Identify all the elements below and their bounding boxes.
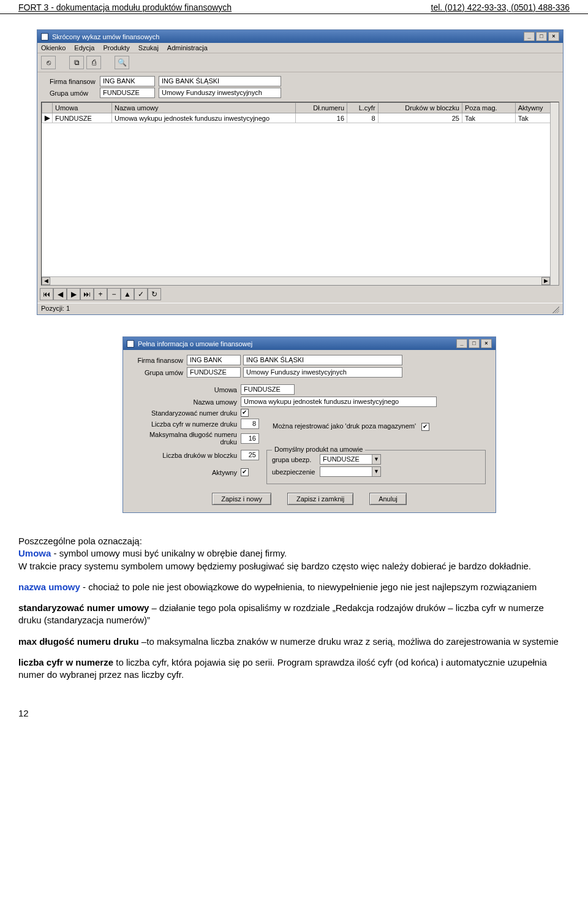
minimize-icon[interactable]: _	[524, 32, 535, 41]
minimize-icon[interactable]: _	[456, 339, 467, 348]
firma-name-field: ING BANK ŚLĄSKI	[243, 355, 402, 365]
menu-item[interactable]: Administracja	[167, 44, 208, 51]
cancel-button[interactable]: Anuluj	[369, 493, 407, 505]
label-grupa: Grupa umów	[50, 89, 100, 97]
col-header[interactable]: Druków w bloczku	[378, 103, 462, 113]
maximize-icon[interactable]: □	[536, 32, 547, 41]
nav-post-icon[interactable]: ✓	[134, 288, 148, 300]
fs-ubezp-select[interactable]: ▼	[320, 466, 381, 477]
cell-poza: Tak	[462, 113, 515, 123]
scroll-right-icon[interactable]: ▶	[541, 277, 550, 285]
firma-name-field: ING BANK ŚLĄSKI	[159, 76, 281, 86]
label-lcyfr: Liczba cyfr w numerze druku	[133, 420, 241, 428]
table-row[interactable]: ▶ FUNDUSZE Umowa wykupu jednostek fundus…	[42, 113, 559, 123]
doc-title: FORT 3 - dokumentacja modułu produktów f…	[18, 2, 232, 12]
text: –to maksymalna liczba znaków w numerze d…	[139, 636, 559, 647]
bloczek-field[interactable]: 25	[241, 450, 259, 460]
text: Poszczególne pola oznaczają:	[18, 536, 142, 546]
statusbar: Pozycji: 1	[37, 303, 563, 314]
maxdl-field[interactable]: 16	[241, 433, 259, 444]
nav-prev-icon[interactable]: ◀	[53, 288, 67, 300]
body-text: Poszczególne pola oznaczają: Umowa - sym…	[0, 513, 588, 681]
label-bloczek: Liczba druków w bloczku	[133, 452, 241, 459]
text: - chociaż to pole nie jest obowiązkowe d…	[80, 582, 537, 592]
titlebar[interactable]: Skrócony wykaz umów finansowych _ □ ×	[37, 30, 563, 43]
text: W trakcie pracy systemu symbolem umowy b…	[18, 561, 531, 571]
term-liczba: liczba cyfr w numerze	[18, 657, 113, 667]
menu-item[interactable]: Produkty	[103, 44, 129, 51]
nav-last-icon[interactable]: ⏭	[80, 288, 94, 300]
stand-checkbox[interactable]	[241, 409, 249, 417]
fs-ubezp-value	[320, 467, 372, 476]
label-nazwa: Nazwa umowy	[133, 398, 241, 406]
window-detail: Pełna informacja o umowie finansowej _ □…	[123, 336, 496, 513]
doc-phone: tel. (012) 422-93-33, (0501) 488-336	[431, 2, 570, 12]
save-close-button[interactable]: Zapisz i zamknij	[287, 493, 353, 505]
col-header[interactable]: Poza mag.	[462, 103, 515, 113]
col-header[interactable]: L.cyfr	[347, 103, 379, 113]
close-icon[interactable]: ×	[548, 32, 559, 41]
lcyfr-field[interactable]: 8	[241, 419, 259, 429]
term-umowa: Umowa	[18, 548, 51, 558]
grupa-code-field[interactable]: FUNDUSZE	[100, 88, 155, 98]
exit-icon[interactable]: ⎋	[41, 56, 56, 69]
fs-grupa-select[interactable]: FUNDUSZE ▼	[320, 454, 381, 465]
cell-umowa: FUNDUSZE	[53, 113, 112, 123]
text: - symbol umowy musi być unikalny w obręb…	[51, 548, 287, 558]
data-grid[interactable]: Umowa Nazwa umowy Dł.numeru L.cyfr Drukó…	[41, 102, 559, 286]
toolbar: ⎋ ⧉ ⎙ 🔍	[37, 53, 563, 72]
app-icon	[127, 340, 134, 348]
col-header[interactable]: Dł.numeru	[295, 103, 347, 113]
menu-item[interactable]: Edycja	[74, 44, 94, 51]
copy-icon[interactable]: ⧉	[69, 56, 84, 69]
print-icon[interactable]: ⎙	[86, 56, 101, 69]
label-aktywny: Aktywny	[133, 469, 241, 476]
nav-add-icon[interactable]: +	[94, 288, 107, 300]
window-list: Skrócony wykaz umów finansowych _ □ × Ok…	[37, 29, 564, 315]
titlebar[interactable]: Pełna informacja o umowie finansowej _ □…	[123, 337, 496, 350]
label-maxdl: Maksymalna długość numeru druku	[133, 431, 241, 446]
page-number: 12	[0, 690, 588, 724]
nav-edit-icon[interactable]: ▲	[121, 288, 134, 300]
scrollbar-horizontal[interactable]: ◀ ▶	[42, 276, 550, 285]
firma-code-field[interactable]: ING BANK	[100, 76, 155, 86]
menu-item[interactable]: Szukaj	[138, 44, 159, 51]
fieldset-default-product: Domyślny produkt na umowie grupa ubezp. …	[266, 450, 486, 484]
label-fs-ubezp: ubezpieczenie	[272, 468, 320, 476]
cell-lc: 8	[347, 113, 379, 123]
maximize-icon[interactable]: □	[469, 339, 480, 348]
size-grip-icon[interactable]	[551, 305, 559, 313]
nav-next-icon[interactable]: ▶	[67, 288, 80, 300]
cell-dl: 16	[295, 113, 347, 123]
col-header[interactable]: Nazwa umowy	[111, 103, 295, 113]
scroll-left-icon[interactable]: ◀	[42, 277, 50, 285]
page-header: FORT 3 - dokumentacja modułu produktów f…	[0, 0, 588, 14]
grupa-name-field: Umowy Funduszy inwestycyjnych	[243, 367, 402, 378]
nav-refresh-icon[interactable]: ↻	[148, 288, 161, 300]
grid-corner	[42, 103, 53, 113]
rejestr-checkbox[interactable]	[421, 423, 429, 431]
cell-druki: 25	[378, 113, 462, 123]
save-new-button[interactable]: Zapisz i nowy	[212, 493, 271, 505]
aktywny-checkbox[interactable]	[241, 468, 249, 476]
cell-nazwa: Umowa wykupu jednostek funduszu inwestyc…	[111, 113, 295, 123]
nav-first-icon[interactable]: ⏮	[40, 288, 53, 300]
nazwa-field[interactable]: Umowa wykupu jednostek funduszu inwestyc…	[241, 397, 437, 407]
col-header[interactable]: Umowa	[53, 103, 112, 113]
firma-code-field[interactable]: ING BANK	[187, 355, 241, 365]
close-icon[interactable]: ×	[481, 339, 492, 348]
find-icon[interactable]: 🔍	[115, 56, 129, 69]
label-firma: Firma finansow	[133, 357, 187, 364]
app-icon	[41, 33, 48, 40]
nav-delete-icon[interactable]: −	[107, 288, 121, 300]
grupa-code-field[interactable]: FUNDUSZE	[187, 367, 241, 378]
term-stand: standaryzować numer umowy	[18, 602, 149, 613]
chevron-down-icon[interactable]: ▼	[372, 455, 380, 464]
umowa-field[interactable]: FUNDUSZE	[241, 384, 295, 395]
chevron-down-icon[interactable]: ▼	[372, 467, 380, 476]
label-grupa: Grupa umów	[133, 369, 187, 376]
fieldset-legend: Domyślny produkt na umowie	[272, 446, 365, 453]
menu-item[interactable]: Okienko	[41, 44, 66, 51]
menubar: Okienko Edycja Produkty Szukaj Administr…	[37, 43, 563, 53]
scrollbar-vertical[interactable]	[550, 102, 559, 285]
